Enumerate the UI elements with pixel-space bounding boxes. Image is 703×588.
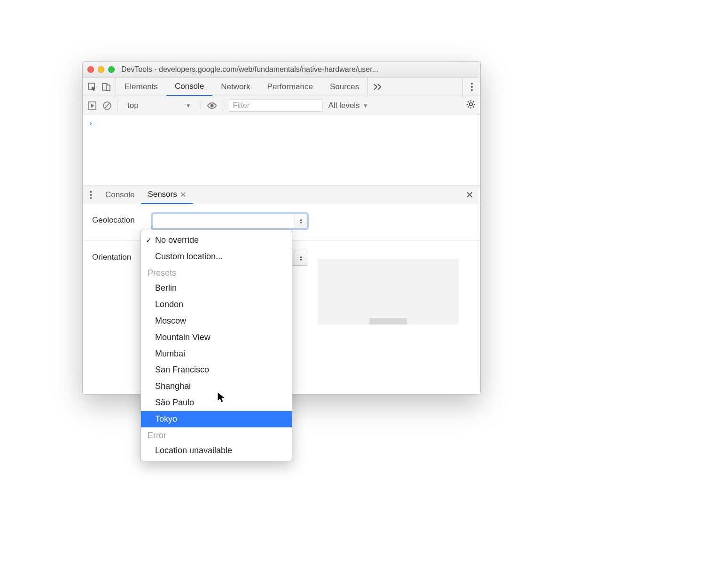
geo-option-preset[interactable]: San Francisco <box>141 362 292 378</box>
separator <box>201 100 201 111</box>
drawer-tab-sensors[interactable]: Sensors ✕ <box>141 186 192 204</box>
drawer-tab-console[interactable]: Console <box>99 186 141 204</box>
option-label: Location unavailable <box>155 444 232 457</box>
triangle-down-icon: ▼ <box>186 102 191 109</box>
device-mock-icon <box>369 318 407 325</box>
console-settings-button[interactable] <box>466 100 476 111</box>
geo-option-custom[interactable]: Custom location... <box>141 248 292 265</box>
option-label: Custom location... <box>155 250 223 263</box>
gear-icon <box>466 100 476 111</box>
select-stepper-icon: ▲▼ <box>295 251 307 265</box>
kebab-icon <box>470 82 473 92</box>
geo-option-preset[interactable]: Mountain View <box>141 329 292 346</box>
geolocation-label: Geolocation <box>92 214 144 225</box>
toggle-device-icon[interactable] <box>102 82 111 92</box>
tab-console[interactable]: Console <box>166 77 212 96</box>
filter-input[interactable]: Filter <box>229 100 323 112</box>
select-stepper-icon: ▲▼ <box>295 214 307 228</box>
orientation-preview <box>318 259 459 325</box>
drawer-tabs: Console Sensors ✕ ✕ <box>83 186 480 204</box>
kebab-icon <box>90 191 92 199</box>
clear-console-icon[interactable] <box>102 101 112 110</box>
option-label: Shanghai <box>155 379 191 393</box>
tab-label: Sources <box>330 82 359 92</box>
execute-icon[interactable] <box>87 101 97 110</box>
console-output[interactable]: › <box>83 115 480 186</box>
geolocation-dropdown: No override Custom location... Presets B… <box>141 230 292 461</box>
tab-label: Elements <box>125 82 158 92</box>
geo-option-preset[interactable]: São Paulo <box>141 395 292 411</box>
tab-elements[interactable]: Elements <box>116 77 166 96</box>
svg-point-19 <box>90 191 92 193</box>
svg-line-18 <box>473 101 474 102</box>
geo-option-preset[interactable]: Berlin <box>141 280 292 296</box>
tab-network[interactable]: Network <box>212 77 258 96</box>
more-tabs-button[interactable] <box>367 77 388 96</box>
context-label: top <box>127 101 139 110</box>
close-icon: ✕ <box>466 189 474 201</box>
devtools-menu-button[interactable] <box>462 77 480 96</box>
geo-option-preset-highlighted[interactable]: Tokyo <box>141 411 292 427</box>
option-label: São Paulo <box>155 396 194 410</box>
console-toolbar: top ▼ Filter All levels ▼ <box>83 96 480 115</box>
live-expression-icon[interactable] <box>207 102 217 109</box>
geo-option-preset[interactable]: Moscow <box>141 313 292 329</box>
option-label: Mumbai <box>155 347 185 361</box>
option-label: San Francisco <box>155 363 209 377</box>
window-title: DevTools - developers.google.com/web/fun… <box>121 65 476 74</box>
drawer-close-button[interactable]: ✕ <box>459 186 480 204</box>
drawer-tab-label: Console <box>105 190 134 200</box>
geolocation-select[interactable]: ▲▼ <box>152 214 307 229</box>
geo-option-preset[interactable]: Shanghai <box>141 378 292 395</box>
triangle-down-icon: ▼ <box>363 102 368 109</box>
geo-option-no-override[interactable]: No override <box>141 232 292 248</box>
geolocation-row: Geolocation ▲▼ <box>92 214 471 229</box>
console-prompt: › <box>88 119 93 128</box>
svg-line-8 <box>105 103 109 108</box>
geo-option-error[interactable]: Location unavailable <box>141 442 292 459</box>
svg-point-9 <box>210 104 213 107</box>
close-tab-icon[interactable]: ✕ <box>180 190 186 199</box>
geo-group-presets: Presets <box>141 265 292 280</box>
geo-option-preset[interactable]: London <box>141 296 292 313</box>
levels-label: All levels <box>328 101 360 110</box>
option-label: No override <box>155 233 199 247</box>
svg-line-15 <box>468 101 469 102</box>
svg-rect-2 <box>106 85 110 91</box>
svg-point-3 <box>471 83 473 85</box>
drawer-menu-button[interactable] <box>83 186 99 204</box>
window-controls <box>87 66 115 73</box>
option-label: Berlin <box>155 281 177 295</box>
tab-label: Performance <box>267 82 313 92</box>
svg-point-21 <box>90 197 92 199</box>
svg-point-4 <box>471 86 473 88</box>
filter-placeholder: Filter <box>233 101 250 110</box>
close-window-button[interactable] <box>87 66 94 73</box>
drawer-tab-label: Sensors <box>148 190 177 199</box>
minimize-window-button[interactable] <box>98 66 104 73</box>
tab-performance[interactable]: Performance <box>259 77 321 96</box>
inspect-element-icon[interactable] <box>87 82 97 92</box>
tab-label: Network <box>221 82 250 92</box>
tab-sources[interactable]: Sources <box>321 77 367 96</box>
inspect-toolbar <box>83 77 116 96</box>
tab-label: Console <box>175 82 204 91</box>
chevron-double-right-icon <box>374 84 382 90</box>
geo-group-error: Error <box>141 427 292 443</box>
mouse-cursor-icon <box>217 392 227 406</box>
svg-line-17 <box>468 106 469 107</box>
context-selector[interactable]: top ▼ <box>124 101 195 110</box>
geo-option-preset[interactable]: Mumbai <box>141 346 292 362</box>
option-label: Moscow <box>155 314 186 328</box>
separator <box>117 100 118 111</box>
svg-line-16 <box>473 106 474 107</box>
zoom-window-button[interactable] <box>108 66 115 73</box>
orientation-label: Orientation <box>92 251 144 262</box>
svg-point-10 <box>469 103 472 106</box>
option-label: Tokyo <box>155 412 177 426</box>
log-levels-selector[interactable]: All levels ▼ <box>328 101 368 110</box>
option-label: Mountain View <box>155 331 211 344</box>
svg-point-5 <box>471 89 473 91</box>
option-label: London <box>155 298 183 311</box>
titlebar: DevTools - developers.google.com/web/fun… <box>83 62 480 77</box>
